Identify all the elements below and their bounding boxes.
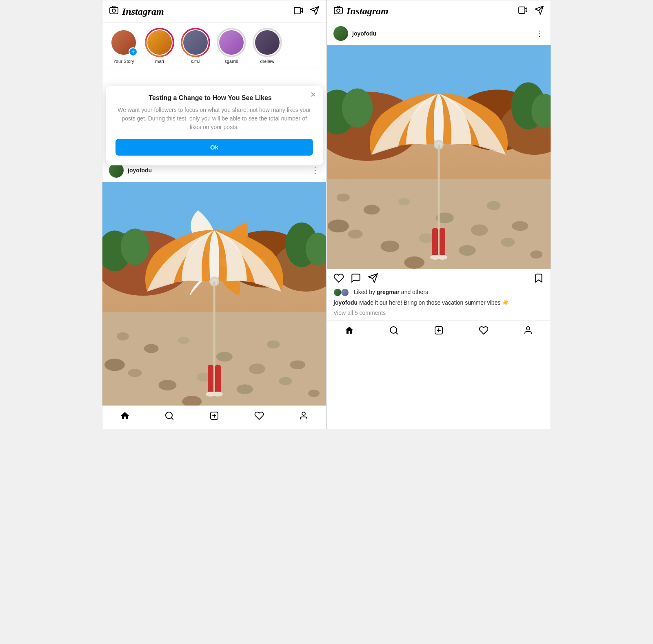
liked-by-avatars <box>333 288 350 296</box>
right-heart-nav-icon[interactable] <box>479 325 489 337</box>
comment-button[interactable] <box>351 273 361 285</box>
search-nav-icon[interactable] <box>164 411 174 422</box>
right-logo-area: Instagram <box>333 5 389 17</box>
liked-avatar-1 <box>333 288 342 296</box>
left-phone: Instagram <box>102 0 326 429</box>
right-bottom-nav <box>327 320 551 343</box>
svg-point-54 <box>337 194 350 202</box>
post-likes: Liked by gregmar and others <box>327 288 551 299</box>
right-search-nav-icon[interactable] <box>389 325 399 337</box>
svg-point-15 <box>178 337 189 344</box>
paper-plane-icon[interactable] <box>310 6 320 17</box>
right-paper-plane-icon[interactable] <box>534 5 544 17</box>
left-header: Instagram <box>102 0 326 23</box>
story-label-your-story: Your Story <box>113 59 134 64</box>
story-label-sgarri8: sgarri8 <box>224 59 238 64</box>
modal-close-button[interactable]: ✕ <box>310 91 316 98</box>
svg-point-61 <box>381 241 400 252</box>
svg-point-25 <box>104 359 125 371</box>
logo-area: Instagram <box>109 5 164 18</box>
right-post-actions <box>327 269 551 288</box>
modal-title: Testing a Change to How You See Likes <box>115 94 313 102</box>
story-item-kml[interactable]: k.m.l <box>181 28 210 64</box>
svg-point-65 <box>530 250 542 258</box>
svg-rect-32 <box>215 365 221 393</box>
svg-point-56 <box>398 198 410 205</box>
story-item-your-story[interactable]: + Your Story <box>109 28 138 64</box>
share-button[interactable] <box>368 273 378 285</box>
svg-point-68 <box>404 256 424 269</box>
liked-by-text: Liked by <box>354 289 377 295</box>
right-home-nav-icon[interactable] <box>344 325 354 337</box>
bookmark-button[interactable] <box>533 273 544 285</box>
left-bottom-nav <box>102 406 326 429</box>
modal-ok-button[interactable]: Ok <box>115 139 313 156</box>
svg-point-55 <box>364 205 380 215</box>
right-post-more[interactable]: ⋮ <box>535 29 544 38</box>
instagram-logo-text: Instagram <box>122 6 164 17</box>
right-profile-nav-icon[interactable] <box>523 325 533 337</box>
svg-point-82 <box>526 327 530 330</box>
svg-point-40 <box>302 412 305 415</box>
add-nav-icon[interactable] <box>209 411 219 422</box>
right-post-header: joyofodu ⋮ <box>327 22 551 45</box>
right-igtv-icon[interactable] <box>518 6 528 16</box>
svg-point-17 <box>267 341 280 349</box>
svg-point-14 <box>144 344 159 353</box>
story-item-drellew[interactable]: drellew <box>253 28 282 64</box>
svg-rect-0 <box>110 7 118 14</box>
story-item-sgarri8[interactable]: sgarri8 <box>217 28 246 64</box>
modal-box: ✕ Testing a Change to How You See Likes … <box>106 86 323 165</box>
svg-rect-72 <box>432 228 438 256</box>
right-post-image <box>327 45 551 269</box>
svg-point-16 <box>216 352 233 361</box>
svg-point-13 <box>117 332 129 341</box>
svg-point-64 <box>501 238 515 247</box>
svg-rect-31 <box>208 365 213 393</box>
right-post-username[interactable]: joyofodu <box>352 30 376 37</box>
svg-point-63 <box>459 245 476 256</box>
svg-line-36 <box>171 418 173 419</box>
right-header-actions <box>518 5 544 17</box>
svg-point-23 <box>279 377 292 385</box>
story-item-mari[interactable]: mari <box>145 28 174 64</box>
camera-icon <box>109 5 119 18</box>
story-avatar-your-story: + <box>109 28 138 57</box>
post-username-left[interactable]: joyofodu <box>128 167 152 174</box>
svg-point-24 <box>308 390 320 397</box>
igtv-icon[interactable] <box>293 6 303 17</box>
svg-point-20 <box>158 380 176 390</box>
story-add-badge: + <box>129 47 138 56</box>
story-label-drellew: drellew <box>260 59 275 64</box>
story-label-mari: mari <box>155 59 164 64</box>
right-add-nav-icon[interactable] <box>434 325 444 337</box>
profile-nav-icon[interactable] <box>299 411 309 422</box>
svg-point-62 <box>419 233 434 243</box>
svg-point-9 <box>121 229 149 265</box>
view-comments-link[interactable]: View all 5 comments <box>327 310 551 320</box>
home-nav-icon[interactable] <box>120 411 130 422</box>
like-button[interactable] <box>333 273 344 285</box>
svg-point-75 <box>438 255 447 260</box>
svg-rect-41 <box>334 7 342 14</box>
heart-nav-icon[interactable] <box>254 411 264 422</box>
svg-point-22 <box>237 384 253 394</box>
right-instagram-logo-text: Instagram <box>346 6 389 17</box>
svg-point-66 <box>328 219 349 232</box>
svg-point-42 <box>337 9 340 12</box>
svg-rect-73 <box>440 228 445 256</box>
svg-point-19 <box>128 369 142 377</box>
right-phone: Instagram <box>326 0 551 429</box>
liked-user[interactable]: gregmar <box>377 289 400 295</box>
liked-avatar-2 <box>341 288 349 296</box>
caption-username[interactable]: joyofodu <box>333 299 358 306</box>
svg-point-34 <box>213 392 223 397</box>
svg-point-58 <box>487 201 501 210</box>
svg-point-1 <box>112 9 115 12</box>
post-more-left[interactable]: ⋮ <box>311 165 320 175</box>
story-label-kml: k.m.l <box>191 59 200 64</box>
caption-text: Made it out here! Bring on those vacatio… <box>358 299 509 306</box>
svg-point-60 <box>348 230 363 238</box>
modal-body: We want your followers to focus on what … <box>115 106 313 131</box>
post-caption: joyofodu Made it out here! Bring on thos… <box>327 299 551 310</box>
